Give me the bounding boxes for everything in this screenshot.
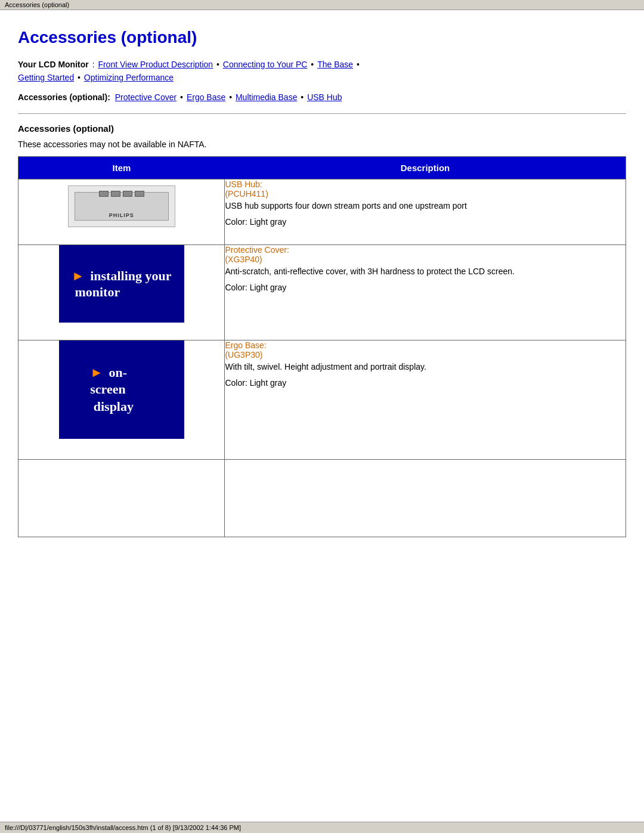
desc-name-protective: Protective Cover: (XG3P40) (225, 245, 626, 264)
accessories-table: Item Description PHILIPS (18, 156, 626, 537)
tab-label: Accessories (optional) (5, 1, 69, 8)
nav-link-ergo-base[interactable]: Ergo Base (187, 92, 225, 102)
section-title: Accessories (optional) (18, 123, 626, 134)
nav-link-getting-started[interactable]: Getting Started (18, 73, 74, 82)
nav-sep-b: • (180, 92, 185, 102)
protective-cover-image: ► installing your monitor (59, 245, 184, 323)
table-row: PHILIPS USB Hub: (PCUH411) USB hub suppo… (18, 179, 626, 245)
desc-color-ergo: Color: Light gray (225, 378, 626, 388)
usb-port-2 (111, 191, 120, 197)
arrow-icon: ► (72, 268, 85, 283)
nav-sep-5: • (78, 73, 83, 82)
table-row (18, 460, 626, 537)
nav-sep-2: • (216, 60, 222, 69)
protective-cover-text: ► installing your monitor (72, 268, 172, 300)
nav-sep-3: • (311, 60, 316, 69)
usb-port-1 (99, 191, 109, 197)
item-cell-usb: PHILIPS (18, 179, 225, 245)
desc-name-usb: USB Hub: (PCUH411) (225, 179, 626, 199)
nav-link-optimizing[interactable]: Optimizing Performance (84, 73, 174, 82)
nav-sep-c: • (229, 92, 234, 102)
page-content: Accessories (optional) Your LCD Monitor … (0, 10, 644, 573)
item-cell-ergo: ► on-screen display (18, 340, 225, 460)
table-header-item: Item (18, 157, 225, 179)
item-cell-empty (18, 460, 225, 537)
desc-body-protective: Anti-scratch, anti-reflective cover, wit… (225, 265, 626, 278)
desc-color-usb: Color: Light gray (225, 217, 626, 227)
nav-link-the-base[interactable]: The Base (317, 60, 353, 69)
page-title: Accessories (optional) (18, 28, 626, 47)
item-cell-protective: ► installing your monitor (18, 245, 225, 340)
nav-link-front-view[interactable]: Front View Product Description (98, 60, 213, 69)
nav-accessories: Accessories (optional): Protective Cover… (18, 91, 626, 104)
nafta-note: These accessories may not be available i… (18, 140, 626, 149)
ergo-base-image: ► on-screen display (59, 340, 184, 439)
nav-link-multimedia-base[interactable]: Multimedia Base (236, 92, 298, 102)
browser-tab-bar: Accessories (optional) (0, 0, 644, 10)
usb-hub-brand: PHILIPS (109, 212, 134, 218)
arrow-icon-2: ► (90, 365, 103, 380)
desc-color-protective: Color: Light gray (225, 283, 626, 292)
usb-port-4 (135, 191, 144, 197)
desc-body-ergo: With tilt, swivel. Height adjustment and… (225, 361, 626, 373)
usb-port-row (99, 191, 144, 197)
nav-sep-1: : (92, 60, 97, 69)
nav-link-connecting[interactable]: Connecting to Your PC (223, 60, 308, 69)
desc-cell-usb: USB Hub: (PCUH411) USB hub supports four… (225, 179, 626, 245)
usb-hub-image: PHILIPS (68, 185, 175, 227)
desc-cell-protective: Protective Cover: (XG3P40) Anti-scratch,… (225, 245, 626, 340)
nav-link-protective-cover[interactable]: Protective Cover (115, 92, 177, 102)
nav-your-lcd: Your LCD Monitor : Front View Product De… (18, 58, 626, 85)
table-row: ► installing your monitor Protective Cov… (18, 245, 626, 340)
accessories-label: Accessories (optional): (18, 92, 110, 102)
table-header-desc: Description (225, 157, 626, 179)
status-bar: file:///D|/03771/english/150s3fh/install… (0, 822, 644, 833)
usb-port-3 (123, 191, 132, 197)
nav-sep-4: • (357, 60, 360, 69)
desc-cell-ergo: Ergo Base: (UG3P30) With tilt, swivel. H… (225, 340, 626, 460)
nav-sep-d: • (301, 92, 306, 102)
table-row: ► on-screen display Ergo Base: (UG3P30) … (18, 340, 626, 460)
desc-name-ergo: Ergo Base: (UG3P30) (225, 340, 626, 360)
status-bar-text: file:///D|/03771/english/150s3fh/install… (5, 824, 241, 831)
divider (18, 113, 626, 114)
desc-cell-empty (225, 460, 626, 537)
nav-link-usb-hub[interactable]: USB Hub (307, 92, 342, 102)
ergo-base-text: ► on-screen display (90, 364, 153, 416)
your-lcd-label: Your LCD Monitor (18, 60, 89, 69)
desc-body-usb: USB hub supports four down stream ports … (225, 200, 626, 212)
